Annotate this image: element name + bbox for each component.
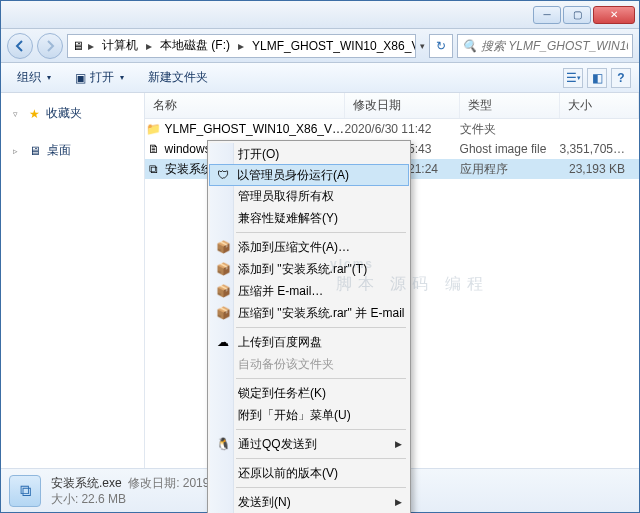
organize-button[interactable]: 组织▾ <box>9 66 59 89</box>
col-type[interactable]: 类型 <box>460 93 560 118</box>
menu-item[interactable]: 兼容性疑难解答(Y) <box>210 207 408 229</box>
context-menu: 打开(O)🛡以管理员身份运行(A)管理员取得所有权兼容性疑难解答(Y)📦添加到压… <box>207 140 411 513</box>
submenu-arrow-icon: ▶ <box>395 497 402 507</box>
menu-item-icon: 📦 <box>215 240 231 254</box>
forward-button[interactable] <box>37 33 63 59</box>
menu-separator <box>236 458 406 459</box>
file-icon: 🗎 <box>145 142 163 156</box>
close-button[interactable]: ✕ <box>593 6 635 24</box>
chevron-icon: ▸ <box>236 39 246 53</box>
chevron-down-icon: ▾ <box>47 73 51 82</box>
column-headers: 名称 修改日期 类型 大小 <box>145 93 639 119</box>
menu-item[interactable]: 📦压缩并 E-mail… <box>210 280 408 302</box>
nav-favorites[interactable]: ▿★收藏夹 <box>1 101 144 126</box>
menu-separator <box>236 487 406 488</box>
back-icon <box>14 40 26 52</box>
menu-separator <box>236 232 406 233</box>
menu-item[interactable]: 🛡以管理员身份运行(A) <box>209 164 409 186</box>
menu-item-label: 兼容性疑难解答(Y) <box>238 210 338 227</box>
col-size[interactable]: 大小 <box>560 93 639 118</box>
menu-item-icon: 📦 <box>215 262 231 276</box>
crumb-computer[interactable]: 计算机 <box>98 37 142 54</box>
file-icon: 📁 <box>145 122 163 136</box>
menu-item[interactable]: 发送到(N)▶ <box>210 491 408 513</box>
menu-item-label: 附到「开始」菜单(U) <box>238 407 351 424</box>
collapse-icon: ▿ <box>13 109 23 119</box>
search-input[interactable] <box>481 39 628 53</box>
menu-item-icon: ☁ <box>215 335 231 349</box>
chevron-down-icon: ▾ <box>120 73 124 82</box>
submenu-arrow-icon: ▶ <box>395 439 402 449</box>
breadcrumb-dropdown[interactable]: ▾ <box>420 41 425 51</box>
menu-separator <box>236 378 406 379</box>
file-size: 3,351,705… <box>560 142 639 156</box>
file-name: YLMF_GHOST_WIN10_X86_V2020_07 <box>163 122 345 136</box>
file-type: Ghost image file <box>460 142 560 156</box>
menu-item[interactable]: 📦添加到压缩文件(A)… <box>210 236 408 258</box>
menu-item-label: 以管理员身份运行(A) <box>237 167 349 184</box>
col-name[interactable]: 名称 <box>145 93 345 118</box>
menu-item-icon: 🐧 <box>215 437 231 451</box>
file-type: 文件夹 <box>460 121 560 138</box>
file-type: 应用程序 <box>460 161 560 178</box>
desktop-icon: 🖥 <box>29 144 41 158</box>
preview-pane-button[interactable]: ◧ <box>587 68 607 88</box>
menu-item: 自动备份该文件夹 <box>210 353 408 375</box>
menu-item-label: 添加到压缩文件(A)… <box>238 239 350 256</box>
menu-item-label: 管理员取得所有权 <box>238 188 334 205</box>
help-button[interactable]: ? <box>611 68 631 88</box>
menu-item[interactable]: 打开(O) <box>210 143 408 165</box>
menu-item-label: 压缩到 "安装系统.rar" 并 E-mail <box>238 305 405 322</box>
file-row[interactable]: 📁YLMF_GHOST_WIN10_X86_V2020_072020/6/30 … <box>145 119 639 139</box>
file-icon: ⧉ <box>145 162 163 176</box>
menu-item[interactable]: 📦压缩到 "安装系统.rar" 并 E-mail <box>210 302 408 324</box>
file-type-icon: ⧉ <box>9 475 41 507</box>
file-size: 23,193 KB <box>560 162 639 176</box>
menu-item[interactable]: 附到「开始」菜单(U) <box>210 404 408 426</box>
menu-item-icon: 📦 <box>215 284 231 298</box>
nav-desktop[interactable]: ▹🖥桌面 <box>1 138 144 163</box>
menu-separator <box>236 429 406 430</box>
newfolder-button[interactable]: 新建文件夹 <box>140 66 216 89</box>
back-button[interactable] <box>7 33 33 59</box>
menu-item-label: 锁定到任务栏(K) <box>238 385 326 402</box>
menu-item-label: 上传到百度网盘 <box>238 334 322 351</box>
menu-item-label: 压缩并 E-mail… <box>238 283 323 300</box>
crumb-drive[interactable]: 本地磁盘 (F:) <box>156 37 234 54</box>
menu-item[interactable]: 📦添加到 "安装系统.rar"(T) <box>210 258 408 280</box>
menu-item[interactable]: 管理员取得所有权 <box>210 185 408 207</box>
nav-row: 🖥 ▸ 计算机 ▸ 本地磁盘 (F:) ▸ YLMF_GHOST_WIN10_X… <box>1 29 639 63</box>
chevron-icon: ▸ <box>86 39 96 53</box>
col-date[interactable]: 修改日期 <box>345 93 460 118</box>
nav-pane: ▿★收藏夹 ▹🖥桌面 <box>1 93 145 468</box>
menu-item-label: 添加到 "安装系统.rar"(T) <box>238 261 367 278</box>
menu-item[interactable]: ☁上传到百度网盘 <box>210 331 408 353</box>
open-button[interactable]: ▣打开▾ <box>67 66 132 89</box>
menu-item[interactable]: 锁定到任务栏(K) <box>210 382 408 404</box>
menu-item[interactable]: 🐧通过QQ发送到▶ <box>210 433 408 455</box>
forward-icon <box>44 40 56 52</box>
menu-item-label: 打开(O) <box>238 146 279 163</box>
menu-item-icon: 🛡 <box>215 168 231 182</box>
refresh-button[interactable]: ↻ <box>429 34 453 58</box>
menu-item-label: 发送到(N) <box>238 494 291 511</box>
view-button[interactable]: ☰▾ <box>563 68 583 88</box>
status-filename: 安装系统.exe <box>51 476 122 490</box>
titlebar: ─ ▢ ✕ <box>1 1 639 29</box>
menu-item-icon: 📦 <box>215 306 231 320</box>
menu-item[interactable]: 还原以前的版本(V) <box>210 462 408 484</box>
search-box[interactable]: 🔍 <box>457 34 633 58</box>
search-icon: 🔍 <box>462 39 477 53</box>
menu-item-label: 自动备份该文件夹 <box>238 356 334 373</box>
menu-item-label: 通过QQ发送到 <box>238 436 317 453</box>
expand-icon: ▹ <box>13 146 23 156</box>
chevron-icon: ▸ <box>144 39 154 53</box>
maximize-button[interactable]: ▢ <box>563 6 591 24</box>
menu-item-label: 还原以前的版本(V) <box>238 465 338 482</box>
minimize-button[interactable]: ─ <box>533 6 561 24</box>
breadcrumb[interactable]: 🖥 ▸ 计算机 ▸ 本地磁盘 (F:) ▸ YLMF_GHOST_WIN10_X… <box>67 34 416 58</box>
crumb-folder[interactable]: YLMF_GHOST_WIN10_X86_V2020_07 <box>248 39 416 53</box>
menu-separator <box>236 327 406 328</box>
computer-icon: 🖥 <box>72 39 84 53</box>
app-icon: ▣ <box>75 71 86 85</box>
